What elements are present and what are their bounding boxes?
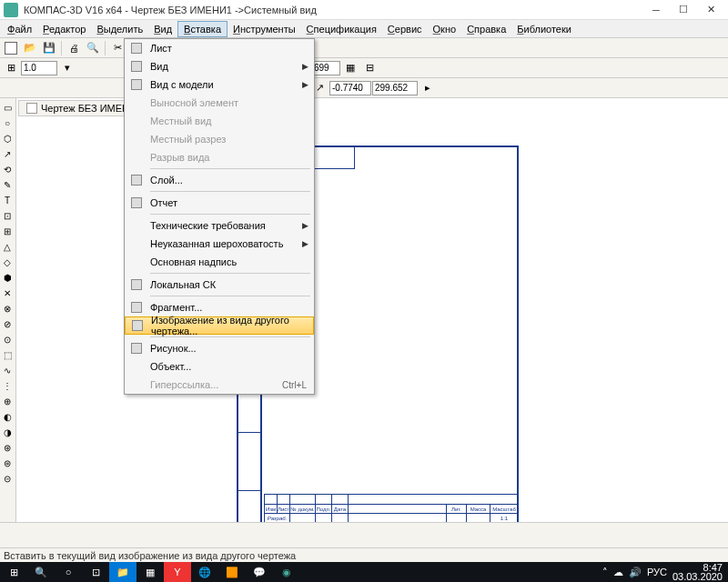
vtool-15[interactable]: ⊙ [0,332,15,346]
vtool-4[interactable]: ⟲ [0,162,15,176]
tool-button[interactable]: ⊞ [2,60,20,76]
start-button[interactable]: ⊞ [0,562,27,582]
toolbar-secondary: ⊞ ▾ ⊡ 🔍 ▦ ⊟ [0,58,728,78]
menu-вставка[interactable]: Вставка [177,21,228,37]
app2-icon[interactable]: ▦ [136,562,164,582]
report-icon [128,196,145,210]
vtool-18[interactable]: ⋮ [0,378,15,393]
vtool-1[interactable]: ○ [0,115,15,130]
vtool-9[interactable]: △ [0,239,15,254]
vtool-11[interactable]: ⬢ [0,270,15,285]
tray-up-icon[interactable]: ˄ [602,567,608,578]
menu-item-10[interactable]: Отчет [125,194,314,212]
vtool-14[interactable]: ⊘ [0,316,15,331]
vtool-0[interactable]: ▭ [0,100,15,115]
menu-item-1[interactable]: Вид▶ [125,57,314,75]
vtool-5[interactable]: ✎ [0,177,15,192]
vtool-24[interactable]: ⊝ [0,471,15,486]
tray-date[interactable]: 03.03.2020 [672,572,723,581]
app4-icon[interactable]: 🌐 [191,562,218,582]
menu-item-label: Фрагмент... [150,302,310,313]
menu-item-label: Изображение из вида другого чертежа... [151,315,309,336]
save-button[interactable]: 💾 [40,40,58,56]
titlebar: КОМПАС-3D V16 x64 - Чертеж БЕЗ ИМЕНИ1 ->… [0,0,728,20]
menu-item-13[interactable]: Неуказанная шероховатость▶ [125,235,314,253]
frag-icon [128,300,145,315]
print-button[interactable]: 🖨 [65,40,83,56]
menu-item-18[interactable]: Фрагмент... [125,298,314,316]
coord-button[interactable]: ▸ [419,80,437,96]
vtool-20[interactable]: ◐ [0,409,15,424]
menu-файл[interactable]: Файл [2,22,37,36]
blank-icon [128,377,145,392]
tray-lang[interactable]: РУС [647,567,667,577]
menu-редактор[interactable]: Редактор [37,22,91,36]
menu-item-12[interactable]: Технические требования▶ [125,216,314,235]
menu-item-label: Рисунок... [150,343,310,354]
menu-item-label: Слой... [150,175,310,186]
menu-инструменты[interactable]: Инструменты [228,22,301,36]
minimize-button[interactable]: ─ [642,1,670,19]
blank-icon [128,255,145,269]
cortana-button[interactable]: ○ [55,562,82,582]
vtool-22[interactable]: ⊛ [0,440,15,455]
vtool-17[interactable]: ∿ [0,363,15,377]
menu-item-0[interactable]: Лист [125,39,314,57]
vtool-2[interactable]: ⬡ [0,131,15,146]
blank-icon [128,95,145,110]
vtool-13[interactable]: ⊗ [0,301,15,316]
vtool-16[interactable]: ⬚ [0,347,15,362]
menu-вид[interactable]: Вид [148,22,177,36]
vtool-19[interactable]: ⊕ [0,394,15,408]
zoom-input[interactable] [21,61,57,75]
vtool-10[interactable]: ◇ [0,255,15,269]
taskview-button[interactable]: ⊡ [82,562,109,582]
vtool-8[interactable]: ⊞ [0,224,15,238]
menu-item-22[interactable]: Объект... [125,357,314,376]
menu-спецификация[interactable]: Спецификация [301,22,382,36]
menu-item-8[interactable]: Слой... [125,171,314,189]
menu-сервис[interactable]: Сервис [382,22,428,36]
coord-y-input[interactable] [372,81,418,95]
app3-icon[interactable]: Y [164,562,191,582]
vtool-12[interactable]: ✕ [0,286,15,300]
coord-x-input[interactable] [329,81,371,95]
system-tray[interactable]: ˄ ☁ 🔊 РУС 8:47 03.03.2020 [602,563,728,581]
vtool-6[interactable]: T [0,193,15,207]
menu-item-label: Гиперссылка... [150,379,282,390]
close-button[interactable]: ✕ [697,1,724,19]
new-button[interactable] [2,40,20,56]
menu-item-2[interactable]: Вид с модели▶ [125,75,314,94]
dropdown-icon[interactable]: ▾ [58,60,76,76]
maximize-button[interactable]: ☐ [670,1,697,19]
vtool-23[interactable]: ⊜ [0,456,15,470]
tray-volume-icon[interactable]: 🔊 [629,567,642,578]
preview-button[interactable]: 🔍 [84,40,102,56]
grid-icon[interactable]: ▦ [341,60,359,76]
menu-выделить[interactable]: Выделить [91,22,148,36]
toggle-icon[interactable]: ⊟ [360,60,379,76]
app1-icon[interactable]: 📁 [109,562,136,582]
menu-справка[interactable]: Справка [461,22,511,36]
menu-item-21[interactable]: Рисунок... [125,339,314,357]
menu-библиотеки[interactable]: Библиотеки [511,22,577,36]
menu-item-14[interactable]: Основная надпись [125,253,314,271]
blank-icon [128,359,145,374]
search-button[interactable]: 🔍 [27,562,55,582]
submenu-arrow-icon: ▶ [302,80,308,89]
menu-item-19[interactable]: Изображение из вида другого чертежа... [125,316,314,335]
menu-item-label: Лист [150,43,310,54]
app6-icon[interactable]: 💬 [246,562,273,582]
submenu-arrow-icon: ▶ [302,62,308,71]
vtool-3[interactable]: ↗ [0,146,15,161]
view-icon [128,59,145,74]
app5-icon[interactable]: 🟧 [218,562,246,582]
app7-icon[interactable]: ◉ [273,562,300,582]
tray-cloud-icon[interactable]: ☁ [613,567,623,578]
open-button[interactable]: 📂 [21,40,39,56]
menu-item-16[interactable]: Локальная СК [125,276,314,294]
vtool-7[interactable]: ⊡ [0,208,15,223]
vtool-21[interactable]: ◑ [0,425,15,439]
menu-окно[interactable]: Окно [428,22,462,36]
blank-icon [128,236,145,251]
